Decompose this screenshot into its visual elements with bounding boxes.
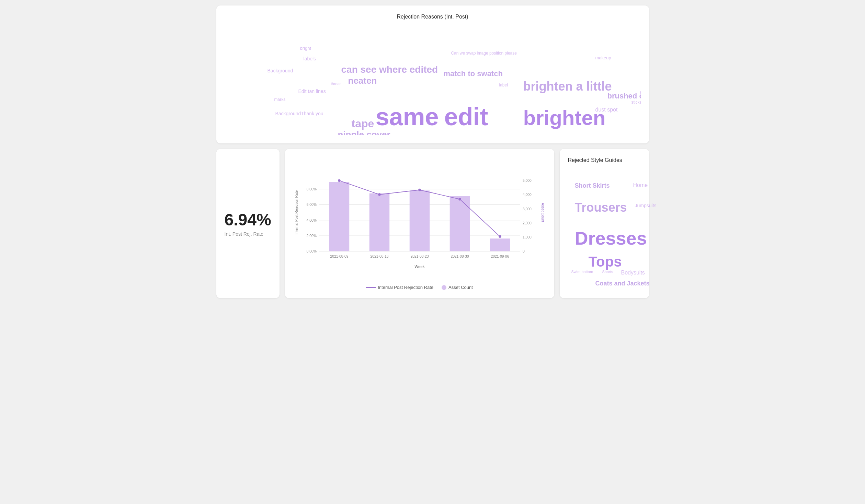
word-cloud-word: same [376, 104, 439, 129]
svg-text:Week: Week [414, 265, 424, 269]
stat-value: 6.94% [225, 210, 271, 229]
word-cloud-word: tape [352, 118, 374, 129]
svg-text:4,000: 4,000 [523, 193, 532, 197]
svg-text:0.00%: 0.00% [306, 249, 316, 253]
chart-card: 0.00%2.00%4.00%6.00%8.00%01,0002,0003,00… [285, 149, 554, 298]
word-cloud-word: sticker [631, 100, 641, 104]
svg-text:0: 0 [523, 249, 525, 253]
word-cloud-word: bright [300, 46, 311, 50]
svg-point-25 [499, 235, 501, 238]
svg-rect-18 [409, 190, 429, 251]
style-guide-word: Home [633, 183, 648, 188]
style-guide-words-container: Short SkirtsHomeTrousersJumpsuitsDresses… [568, 169, 641, 272]
style-guide-word: Jumpsuits [635, 203, 657, 208]
word-cloud-container: brightlabelscan see where editedCan we s… [225, 25, 641, 135]
svg-text:2021-08-30: 2021-08-30 [451, 255, 469, 258]
svg-text:2021-08-23: 2021-08-23 [410, 255, 429, 258]
style-guide-word: Bodysuits [621, 270, 645, 276]
svg-rect-20 [490, 238, 510, 251]
word-cloud-word: dust spot [595, 107, 618, 113]
legend-line-indicator [366, 287, 376, 288]
legend-bar-item: Asset Count [442, 285, 473, 290]
style-guide-title: Rejected Style Guides [568, 157, 641, 163]
word-cloud-card: Rejection Reasons (Int. Post) brightlabe… [216, 5, 649, 143]
legend-bar-label: Asset Count [448, 285, 473, 290]
style-guide-word: Shorts [602, 270, 613, 274]
legend-line-label: Internal Post Rejection Rate [378, 285, 433, 290]
style-guide-word: Short Skirts [575, 183, 610, 189]
style-guide-word: Tops [589, 255, 622, 269]
stat-label: Int. Post Rej. Rate [225, 231, 271, 237]
svg-point-22 [378, 193, 381, 196]
word-cloud-word: labels [304, 56, 316, 61]
svg-text:Internal Post Rejection Rate: Internal Post Rejection Rate [295, 190, 298, 234]
word-cloud-word: brushed over [607, 92, 641, 100]
svg-text:8.00%: 8.00% [306, 187, 316, 191]
chart-legend: Internal Post Rejection Rate Asset Count [293, 285, 546, 290]
word-cloud-word: match to swatch [444, 70, 503, 78]
word-cloud-word: nipple cover [338, 130, 390, 135]
svg-text:6.00%: 6.00% [306, 203, 316, 207]
word-cloud-word: brighten [523, 108, 606, 128]
dashboard: Rejection Reasons (Int. Post) brightlabe… [216, 5, 649, 298]
word-cloud-word: Background [268, 68, 293, 73]
svg-text:1,000: 1,000 [523, 235, 532, 239]
svg-text:4.00%: 4.00% [306, 219, 316, 222]
stat-card: 6.94% Int. Post Rej. Rate [216, 149, 280, 298]
style-guide-word: Swim bottom [571, 270, 593, 274]
svg-rect-19 [449, 196, 469, 251]
svg-text:2021-08-09: 2021-08-09 [330, 255, 348, 258]
word-cloud-title: Rejection Reasons (Int. Post) [225, 14, 641, 20]
word-cloud-word: thread [331, 82, 342, 86]
svg-text:2,000: 2,000 [523, 221, 532, 225]
word-cloud-word: brighten a little [523, 80, 612, 93]
legend-line-item: Internal Post Rejection Rate [366, 285, 433, 290]
word-cloud-word: can see where edited [341, 65, 438, 74]
svg-text:2.00%: 2.00% [306, 234, 316, 238]
word-cloud-word: Can we swap image position please [451, 51, 517, 55]
svg-text:2021-08-16: 2021-08-16 [370, 255, 388, 258]
word-cloud-word: BackgroundThank you [275, 111, 323, 116]
word-cloud-word: marks [274, 97, 286, 102]
svg-point-23 [418, 189, 421, 191]
chart-wrapper: 0.00%2.00%4.00%6.00%8.00%01,0002,0003,00… [293, 157, 546, 281]
style-guide-card: Rejected Style Guides Short SkirtsHomeTr… [560, 149, 649, 298]
legend-circle-indicator [442, 285, 446, 290]
svg-text:Asset Count: Asset Count [540, 203, 544, 222]
word-cloud-word: neaten [348, 76, 377, 85]
style-guide-word: Dresses [575, 229, 647, 247]
svg-point-24 [458, 198, 461, 201]
style-guide-word: Coats and Jackets [595, 280, 650, 286]
svg-rect-17 [369, 194, 389, 251]
svg-text:2021-09-06: 2021-09-06 [491, 255, 509, 258]
svg-text:3,000: 3,000 [523, 207, 532, 211]
word-cloud-word: edit [444, 104, 488, 129]
word-cloud-word: Edit tan lines [298, 89, 326, 94]
word-cloud-word: makeup [595, 56, 611, 60]
svg-point-21 [338, 179, 341, 182]
word-cloud-word: strap marks [640, 90, 641, 95]
style-guide-word: Trousers [575, 201, 627, 214]
svg-rect-16 [329, 182, 349, 251]
svg-text:5,000: 5,000 [523, 179, 532, 183]
bar-line-chart: 0.00%2.00%4.00%6.00%8.00%01,0002,0003,00… [293, 157, 546, 281]
bottom-row: 6.94% Int. Post Rej. Rate 0.00%2.00%4.00… [216, 149, 649, 298]
word-cloud-word: label [499, 83, 508, 87]
